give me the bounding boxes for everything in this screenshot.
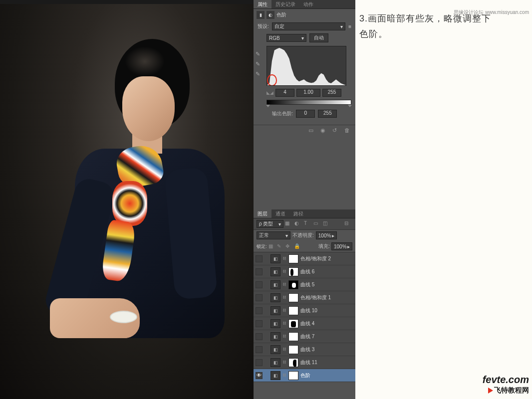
right-panels: 属性 历史记录 动作 ▮ ◐ 色阶 预设: 自定▾ ≡ RGB▾ 自动 ✎ ✎ … [254, 0, 355, 399]
eyedropper-black-icon[interactable]: ✎ [256, 51, 263, 58]
visibility-toggle[interactable] [256, 307, 263, 314]
eyedropper-gray-icon[interactable]: ✎ [256, 61, 263, 68]
layer-row[interactable]: ◧⛓曲线 6 [254, 265, 355, 278]
link-icon: ⛓ [282, 256, 286, 261]
preset-label: 预设: [258, 23, 269, 30]
properties-tabs: 属性 历史记录 动作 [254, 0, 355, 9]
input-gradient[interactable] [266, 100, 351, 105]
visibility-toggle[interactable] [256, 333, 263, 340]
reset-icon[interactable]: ↺ [332, 127, 340, 134]
link-icon: ⛓ [282, 282, 286, 287]
mask-thumb[interactable] [288, 358, 298, 367]
tab-channels[interactable]: 通道 [271, 209, 289, 218]
layer-name-label: 曲线 3 [300, 346, 353, 353]
visibility-toggle[interactable] [256, 281, 263, 288]
mask-thumb[interactable] [288, 319, 298, 328]
shadow-input[interactable]: 4 [275, 89, 294, 97]
layer-name-label: 色相/饱和度 2 [300, 255, 353, 262]
layer-row[interactable]: ◧⛓曲线 3 [254, 343, 355, 356]
mask-thumb[interactable] [288, 371, 298, 380]
histogram-icon: ▮ [257, 11, 265, 19]
auto-button[interactable]: 自动 [309, 33, 328, 42]
adjustment-thumb-icon: ◧ [270, 306, 280, 315]
filter-adjust-icon[interactable]: ◐ [294, 220, 302, 227]
mask-thumb[interactable] [288, 306, 298, 315]
filter-type-dropdown[interactable]: ρ 类型▾ [257, 220, 283, 228]
adjustment-thumb-icon: ◧ [270, 254, 280, 263]
visibility-toggle[interactable] [256, 255, 263, 262]
adjustment-thumb-icon: ◧ [270, 332, 280, 341]
clip-icon[interactable]: ▭ [308, 127, 316, 134]
layer-row[interactable]: ◧⛓曲线 7 [254, 330, 355, 343]
output-black-input[interactable]: 0 [296, 110, 315, 118]
filter-toggle-icon[interactable]: ⊟ [344, 220, 352, 227]
tab-properties[interactable]: 属性 [254, 0, 271, 8]
delete-icon[interactable]: 🗑 [344, 127, 352, 134]
mask-mode-icon[interactable]: ◐ [266, 11, 274, 19]
layer-row[interactable]: 👁◧⛓色阶 [254, 369, 355, 382]
mask-thumb[interactable] [288, 254, 298, 263]
mask-thumb[interactable] [288, 280, 298, 289]
visibility-toggle[interactable]: 👁 [256, 372, 263, 379]
link-icon: ⛓ [282, 334, 286, 339]
lock-pixels-icon[interactable]: ✎ [277, 243, 284, 249]
lock-all-icon[interactable]: 🔒 [294, 243, 301, 249]
visibility-toggle[interactable] [256, 346, 263, 353]
link-icon: ⛓ [282, 321, 286, 326]
preset-dropdown[interactable]: 自定▾ [272, 22, 345, 30]
tab-paths[interactable]: 路径 [289, 209, 307, 218]
highlight-input[interactable]: 255 [322, 89, 341, 97]
visibility-toggle[interactable] [256, 268, 263, 275]
layers-list[interactable]: ◧⛓色相/饱和度 2◧⛓曲线 6◧⛓曲线 5◧⛓色相/饱和度 1◧⛓曲线 10◧… [254, 252, 355, 382]
mask-thumb[interactable] [288, 293, 298, 302]
layer-row[interactable]: ◧⛓色相/饱和度 2 [254, 252, 355, 265]
watermark-top: 思缘设计论坛 www.missyuan.com [454, 9, 529, 16]
layer-row[interactable]: ◧⛓曲线 4 [254, 317, 355, 330]
eyedropper-white-icon[interactable]: ✎ [256, 71, 263, 78]
filter-pixel-icon[interactable]: ▦ [285, 220, 293, 227]
output-white-input[interactable]: 255 [318, 110, 337, 118]
visibility-toggle[interactable] [256, 320, 263, 327]
midtone-input[interactable]: 1.00 [296, 89, 320, 97]
layer-row[interactable]: ◧⛓曲线 11 [254, 356, 355, 369]
histogram-display[interactable] [266, 46, 346, 86]
filter-type-icon[interactable]: T [304, 220, 312, 227]
mask-thumb[interactable] [288, 267, 298, 276]
link-icon: ⛓ [282, 295, 286, 300]
view-previous-icon[interactable]: ◉ [320, 127, 328, 134]
visibility-toggle[interactable] [256, 359, 263, 366]
filter-smart-icon[interactable]: ◫ [323, 220, 331, 227]
tab-actions[interactable]: 动作 [299, 0, 317, 8]
adjustment-type-label: 色阶 [276, 11, 286, 18]
layer-name-label: 曲线 6 [300, 268, 353, 275]
adjustment-thumb-icon: ◧ [270, 371, 280, 380]
blend-mode-dropdown[interactable]: 正常▾ [257, 231, 290, 239]
layer-name-label: 曲线 7 [300, 333, 353, 340]
layer-name-label: 曲线 5 [300, 281, 353, 288]
layer-row[interactable]: ◧⛓色相/饱和度 1 [254, 291, 355, 304]
filter-shape-icon[interactable]: ▭ [313, 220, 321, 227]
mask-thumb[interactable] [288, 332, 298, 341]
lock-position-icon[interactable]: ✥ [285, 243, 292, 249]
adjustment-thumb-icon: ◧ [270, 267, 280, 276]
layer-row[interactable]: ◧⛓曲线 10 [254, 304, 355, 317]
tab-history[interactable]: 历史记录 [271, 0, 299, 8]
layer-row[interactable]: ◧⛓曲线 5 [254, 278, 355, 291]
preset-menu-icon[interactable]: ≡ [348, 24, 351, 29]
adjustment-thumb-icon: ◧ [270, 280, 280, 289]
link-icon: ⛓ [282, 347, 286, 352]
lock-transparency-icon[interactable]: ▦ [268, 243, 275, 249]
adjustment-thumb-icon: ◧ [270, 293, 280, 302]
wb-icon: ◣◢ [266, 90, 273, 95]
adjustment-thumb-icon: ◧ [270, 358, 280, 367]
visibility-toggle[interactable] [256, 294, 263, 301]
link-icon: ⛓ [282, 308, 286, 313]
layer-name-label: 色阶 [300, 372, 353, 379]
channel-dropdown[interactable]: RGB▾ [266, 34, 306, 42]
fill-input[interactable]: 100%▸ [331, 242, 352, 250]
mask-thumb[interactable] [288, 345, 298, 354]
layers-panel: 图层 通道 路径 ρ 类型▾ ▦ ◐ T ▭ ◫ ⊟ 正常▾ 不透明度: 100… [254, 209, 355, 382]
opacity-input[interactable]: 100%▸ [316, 231, 337, 239]
tab-layers[interactable]: 图层 [254, 209, 271, 218]
canvas-area [0, 0, 254, 399]
